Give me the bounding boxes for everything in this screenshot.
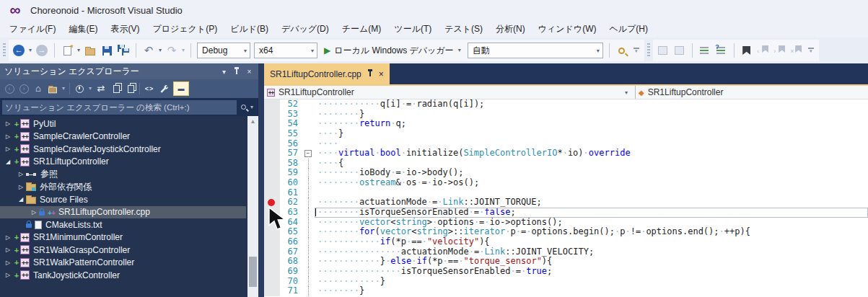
code-line-55[interactable]: 55····} <box>264 129 868 139</box>
tree-item-sr1liftupcontroller-cpp[interactable]: ▷++SR1LiftupController.cpp <box>0 206 246 219</box>
code-line-66[interactable]: 66············if(*p·==·"velocity"){ <box>264 237 868 247</box>
code-text[interactable]: ········vector<string>·options·=·io->opt… <box>315 218 868 228</box>
redo-button[interactable]: ↷ <box>165 43 178 58</box>
breakpoint-margin[interactable] <box>264 148 280 159</box>
pin-tab-icon[interactable] <box>369 71 371 76</box>
code-text[interactable]: ············if(*p·==·"velocity"){ <box>315 237 868 247</box>
code-line-63[interactable]: 63········isTorqueSensorEnabled·=·false; <box>264 208 868 218</box>
menu-project[interactable]: プロジェクト(P) <box>146 20 224 38</box>
new-file-dropdown-icon[interactable]: ▾ <box>77 47 80 54</box>
tree-item-source-files[interactable]: ◢Source Files <box>0 193 246 206</box>
find-button[interactable] <box>615 43 628 58</box>
code-line-60[interactable]: 60········ostream&·os·=·io->os(); <box>264 178 868 188</box>
code-text[interactable]: ············q[i]·=·radian(q[i]); <box>315 99 868 110</box>
breakpoint-margin[interactable] <box>264 237 280 247</box>
code-text[interactable]: ····} <box>315 129 868 139</box>
code-text[interactable]: ············} <box>315 277 868 287</box>
menu-edit[interactable]: 編集(E) <box>62 20 104 38</box>
toolbar-grip[interactable] <box>647 43 650 58</box>
collapsed-arrow-icon[interactable]: ▷ <box>3 234 13 241</box>
close-icon[interactable]: × <box>243 68 255 76</box>
menu-build[interactable]: ビルド(B) <box>224 20 275 38</box>
breakpoint-margin[interactable] <box>264 139 280 149</box>
solution-configurations-combo[interactable]: Debug ▾ <box>197 43 250 58</box>
properties-icon[interactable] <box>159 82 169 95</box>
code-line-62[interactable]: 62········actuationMode·=·Link::JOINT_TO… <box>264 198 868 208</box>
sync-with-active-document-icon[interactable]: ⇄ <box>96 82 106 95</box>
code-line-61[interactable]: 61 <box>264 188 868 198</box>
breakpoint-margin[interactable] <box>264 267 280 277</box>
tab-sr1liftupcontroller-cpp[interactable]: SR1LiftupController.cpp × <box>264 63 390 84</box>
solution-platforms-combo[interactable]: x64 ▾ <box>254 43 317 58</box>
breakpoint-margin[interactable] <box>264 99 280 110</box>
copy-button[interactable] <box>673 43 686 58</box>
menu-window[interactable]: ウィンドウ(W) <box>532 20 603 38</box>
code-line-54[interactable]: 54········return·q; <box>264 119 868 129</box>
preview-selected-items-toggle[interactable]: ▬ <box>173 81 189 96</box>
search-input[interactable] <box>2 100 237 115</box>
menu-debug[interactable]: デバッグ(D) <box>275 20 336 38</box>
filter-dropdown-icon[interactable]: ▾ <box>89 85 92 92</box>
menu-view[interactable]: 表示(V) <box>104 20 146 38</box>
toolbar-overflow-button[interactable]: ▾ <box>807 48 815 53</box>
home-icon[interactable]: ⌂ <box>33 82 43 95</box>
code-text[interactable]: ············}·else·if(*p·==·"torque_sens… <box>315 257 868 267</box>
code-text[interactable]: ················actuationMode·=·Link::JO… <box>315 247 868 257</box>
auto-select-combo[interactable]: 自動 ▾ <box>468 43 603 58</box>
code-text[interactable]: ········ostream&·os·=·io->os(); <box>315 178 868 188</box>
collapsed-arrow-icon[interactable]: ▷ <box>16 184 26 190</box>
collapsed-arrow-icon[interactable]: ▷ <box>3 247 13 253</box>
collapsed-arrow-icon[interactable]: ▷ <box>3 120 13 127</box>
collapsed-arrow-icon[interactable]: ▷ <box>3 146 13 152</box>
code-text[interactable]: ········actuationMode·=·Link::JOINT_TORQ… <box>315 198 868 208</box>
save-all-button[interactable] <box>117 43 130 58</box>
pending-changes-filter-icon[interactable] <box>74 82 84 95</box>
code-text[interactable]: ········} <box>315 286 868 296</box>
tree-item-sr1walkgraspcontroller[interactable]: ▷+++SR1WalkGraspController <box>0 244 246 257</box>
menu-analyze[interactable]: 分析(N) <box>489 20 532 38</box>
tree-item-cmakelists-txt[interactable]: CMakeLists.txt <box>0 218 246 231</box>
scroll-up-icon[interactable]: ▲ <box>247 118 258 125</box>
code-text[interactable]: ····{ <box>315 159 868 169</box>
switch-views-icon[interactable] <box>48 82 58 95</box>
expanded-arrow-icon[interactable]: ◢ <box>16 196 26 203</box>
start-debugging-button[interactable]: ▶ ローカル Windows デバッガー ▾ <box>321 42 464 59</box>
navigate-backward-button[interactable]: ← <box>12 43 25 58</box>
chevron-down-icon[interactable]: ▾ <box>594 48 602 54</box>
code-line-70[interactable]: 70············} <box>264 277 868 287</box>
code-text[interactable] <box>315 188 868 198</box>
breakpoint-margin[interactable] <box>264 129 280 139</box>
window-position-icon[interactable]: ▾ <box>218 68 230 76</box>
view-code-icon[interactable]: <> <box>144 82 154 95</box>
edit-window-button[interactable] <box>657 43 670 58</box>
tree-scrollbar[interactable]: ▲ <box>247 116 258 297</box>
code-text[interactable]: ················isTorqueSensorEnabled·=·… <box>315 267 868 277</box>
code-text[interactable]: ········isTorqueSensorEnabled·=·false; <box>315 208 868 218</box>
tree-item-external-dependencies[interactable]: ▷外部依存関係 <box>0 181 246 194</box>
toolbar-overflow-button[interactable]: ▾ <box>632 48 641 53</box>
code-line-57[interactable]: 57−····virtual·bool·initialize(SimpleCon… <box>264 148 868 159</box>
tree-item-references[interactable]: ▷参照 <box>0 168 246 181</box>
tree-item-samplecrawlercontroller[interactable]: ▷+++SampleCrawlerController <box>0 130 246 143</box>
solution-explorer-header[interactable]: ソリューション エクスプローラー ▾ × <box>0 63 258 79</box>
breakpoint-margin[interactable] <box>264 119 280 129</box>
code-line-67[interactable]: 67················actuationMode·=·Link::… <box>264 247 868 257</box>
breakpoint-margin[interactable] <box>264 178 280 188</box>
navigate-backward-dropdown-icon[interactable]: ▾ <box>29 47 32 54</box>
previous-bookmark-button[interactable]: ‹ <box>757 43 770 58</box>
code-line-71[interactable]: 71········} <box>264 286 868 296</box>
chevron-down-icon[interactable]: ▾ <box>308 48 317 54</box>
breakpoint-margin[interactable] <box>264 188 280 198</box>
redo-dropdown-icon[interactable]: ▾ <box>182 47 185 54</box>
breakpoint-margin[interactable] <box>264 159 280 169</box>
menu-help[interactable]: ヘルプ(H) <box>602 20 654 38</box>
code-line-64[interactable]: 64········vector<string>·options·=·io->o… <box>264 218 868 228</box>
tree-item-sr1liftupcontroller[interactable]: ◢+++SR1LiftupController <box>0 156 246 169</box>
breakpoint-margin[interactable] <box>264 110 280 120</box>
navigate-back-button[interactable]: ‹ <box>4 82 14 95</box>
pin-icon[interactable] <box>236 69 237 74</box>
properties-pages-icon[interactable] <box>125 82 135 95</box>
search-icon[interactable] <box>241 105 246 110</box>
code-line-56[interactable]: 56···· <box>264 139 868 149</box>
code-line-68[interactable]: 68············}·else·if(*p·==·"torque_se… <box>264 257 868 267</box>
